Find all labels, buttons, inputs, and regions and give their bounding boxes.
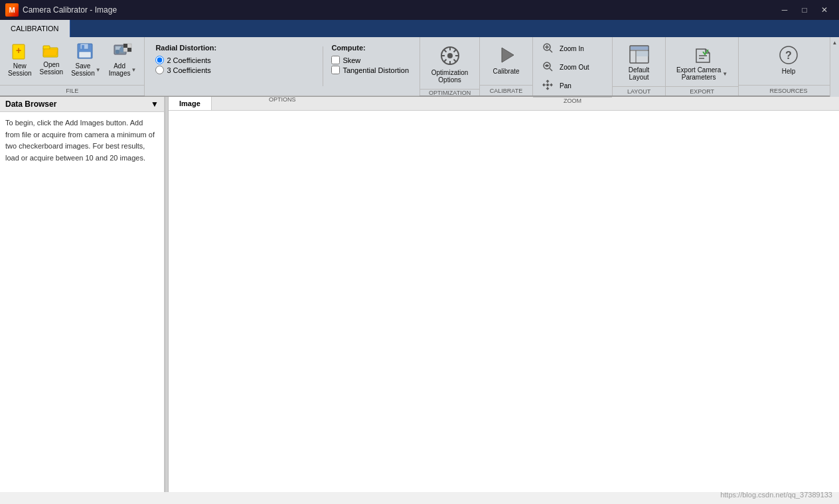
pan-icon	[542, 79, 554, 92]
calibrate-label: Calibrate	[493, 68, 520, 75]
default-layout-label: DefaultLayout	[629, 66, 650, 81]
radial-options: Radial Distortion: 2 Coefficients 3 Coef…	[149, 40, 321, 78]
svg-point-34	[546, 84, 549, 86]
data-browser-header: Data Browser ▼	[0, 97, 164, 112]
svg-line-27	[550, 50, 552, 52]
calibrate-section-label: CALIBRATE	[480, 85, 532, 95]
svg-line-21	[444, 50, 447, 52]
maximize-button[interactable]: □	[795, 3, 814, 17]
radio-2-coeff-input[interactable]	[155, 56, 164, 64]
skew-label: Skew	[343, 56, 360, 64]
svg-rect-3	[43, 46, 50, 49]
pan-button[interactable]	[538, 77, 557, 94]
calibrate-button[interactable]: Calibrate	[489, 42, 524, 78]
default-layout-button[interactable]: DefaultLayout	[625, 42, 654, 84]
svg-rect-6	[82, 45, 84, 49]
svg-marker-25	[502, 48, 514, 62]
title-bar-controls: ─ □ ✕	[775, 3, 834, 17]
scroll-up-icon[interactable]: ▲	[832, 40, 838, 46]
svg-text:?: ?	[785, 50, 792, 61]
ribbon-scroll-indicator: ▲	[830, 37, 839, 97]
layout-section-label: LAYOUT	[613, 86, 665, 95]
save-session-button[interactable]: SaveSession ▼	[67, 40, 105, 80]
export-dropdown: ▼	[722, 71, 727, 77]
zoom-content: Zoom In Zoom Out	[533, 37, 612, 97]
export-content: Export CameraParameters ▼	[666, 37, 738, 86]
layout-icon	[629, 45, 649, 65]
svg-line-23	[453, 50, 456, 52]
skew-checkbox[interactable]: Skew	[331, 56, 409, 64]
open-session-button[interactable]: OpenSession	[36, 40, 68, 78]
resources-section-label: RESOURCES	[739, 85, 838, 95]
options-section: Radial Distortion: 2 Coefficients 3 Coef…	[145, 37, 420, 95]
open-session-label: OpenSession	[40, 61, 64, 76]
title-bar-left: M Camera Calibrator - Image	[5, 3, 117, 17]
content-area: Image	[169, 97, 839, 492]
compute-label: Compute:	[331, 44, 409, 52]
svg-rect-39	[637, 51, 648, 56]
optimization-label: OptimizationOptions	[431, 69, 469, 84]
optimization-button[interactable]: OptimizationOptions	[427, 42, 473, 86]
file-section: + NewSession OpenSession	[0, 37, 145, 95]
help-icon: ?	[779, 45, 799, 66]
close-button[interactable]: ✕	[815, 3, 834, 17]
svg-rect-14	[127, 48, 131, 52]
save-session-dropdown: ▼	[96, 67, 101, 73]
tangential-checkbox-input[interactable]	[331, 66, 340, 74]
options-section-content: Radial Distortion: 2 Coefficients 3 Coef…	[145, 37, 420, 95]
radio-3-coeff[interactable]: 3 Coefficients	[155, 66, 315, 74]
save-session-label: SaveSession	[71, 62, 95, 77]
tangential-checkbox[interactable]: Tangential Distortion	[331, 66, 409, 74]
zoom-in-button[interactable]	[538, 40, 557, 57]
zoom-out-label: Zoom Out	[560, 64, 589, 71]
optimization-icon	[439, 45, 461, 68]
zoom-in-icon	[542, 42, 554, 55]
zoom-out-icon	[542, 60, 554, 74]
layout-content: DefaultLayout	[613, 37, 665, 86]
instruction-text: To begin, click the Add Images button. A…	[5, 119, 155, 162]
export-icon	[692, 45, 712, 65]
add-images-button[interactable]: AddImages ▼	[105, 40, 141, 80]
new-session-icon: +	[11, 42, 29, 61]
svg-text:+: +	[16, 45, 21, 56]
calibrate-content: Calibrate	[480, 37, 532, 85]
separator	[323, 46, 323, 86]
skew-checkbox-input[interactable]	[331, 56, 340, 64]
layout-section: DefaultLayout LAYOUT	[613, 37, 666, 95]
optimization-section-label: OPTIMIZATION	[420, 89, 479, 96]
zoom-out-button[interactable]	[538, 58, 557, 76]
radio-3-coeff-input[interactable]	[155, 66, 164, 74]
resources-content: ? Help	[739, 37, 838, 85]
radio-2-coeff-label: 2 Coefficients	[167, 56, 210, 64]
ribbon-tabs: CALIBRATION	[0, 20, 839, 37]
file-label: FILE	[0, 85, 144, 95]
svg-line-31	[550, 68, 552, 71]
help-button[interactable]: ? Help	[774, 42, 803, 78]
data-browser-title: Data Browser	[5, 99, 56, 109]
add-images-dropdown: ▼	[131, 67, 136, 73]
compute-section: Compute: Skew Tangential Distortion	[325, 40, 416, 78]
optimization-section: OptimizationOptions OPTIMIZATION	[420, 37, 480, 95]
calibrate-icon	[496, 45, 516, 66]
export-button[interactable]: Export CameraParameters ▼	[672, 42, 731, 84]
main-content: Data Browser ▼ To begin, click the Add I…	[0, 97, 839, 492]
calibrate-section: Calibrate CALIBRATE	[480, 37, 533, 95]
optimization-content: OptimizationOptions	[420, 37, 479, 89]
help-label: Help	[782, 68, 796, 75]
minimize-button[interactable]: ─	[775, 3, 794, 17]
window-title: Camera Calibrator - Image	[23, 5, 117, 15]
radial-label: Radial Distortion:	[155, 44, 315, 52]
radio-3-coeff-label: 3 Coefficients	[167, 66, 210, 74]
new-session-button[interactable]: + NewSession	[4, 40, 36, 80]
zoom-in-label: Zoom In	[560, 45, 584, 52]
ribbon-toolbar: + NewSession OpenSession	[0, 37, 839, 97]
export-label: Export CameraParameters	[676, 66, 721, 81]
radio-2-coeff[interactable]: 2 Coefficients	[155, 56, 315, 64]
svg-point-16	[447, 53, 453, 58]
data-browser: Data Browser ▼ To begin, click the Add I…	[0, 97, 165, 492]
resources-section: ? Help RESOURCES	[739, 37, 839, 95]
title-bar: M Camera Calibrator - Image ─ □ ✕	[0, 0, 839, 20]
tangential-label: Tangential Distortion	[343, 66, 409, 74]
tab-calibration[interactable]: CALIBRATION	[0, 20, 70, 37]
save-session-icon	[76, 42, 95, 61]
